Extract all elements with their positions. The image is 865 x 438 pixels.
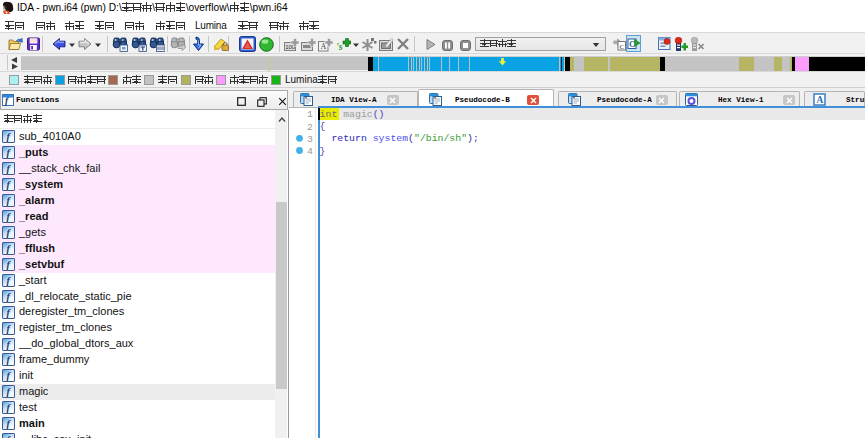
svg-text:'s: 's [336,41,343,52]
svg-text:C: C [629,40,634,49]
svg-text:A: A [817,95,824,105]
svg-text:C: C [620,43,625,51]
